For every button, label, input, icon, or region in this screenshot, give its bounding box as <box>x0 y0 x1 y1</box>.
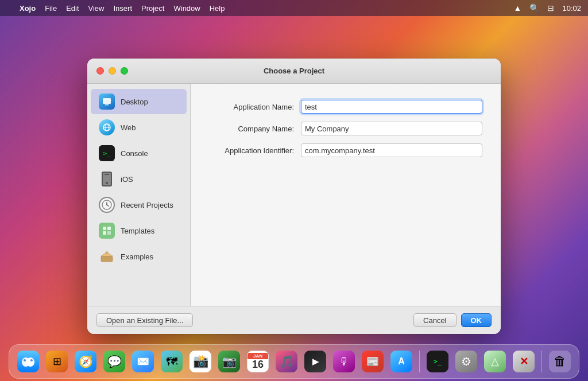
dialog-titlebar: Choose a Project <box>87 59 501 84</box>
app-identifier-row: Application Identifier: <box>209 143 482 157</box>
sidebar-item-examples[interactable]: Examples <box>91 244 187 269</box>
app-name-row: Application Name: <box>209 100 482 114</box>
menubar-item-view[interactable]: View <box>84 0 109 16</box>
svg-rect-11 <box>103 231 106 235</box>
maximize-button[interactable] <box>121 67 128 75</box>
sidebar-item-web[interactable]: Web <box>91 115 187 140</box>
menubar-right: ▲ 🔍 ⊟ 10:02 <box>514 3 581 13</box>
svg-point-16 <box>26 357 34 367</box>
sidebar-item-desktop[interactable]: Desktop <box>91 89 187 114</box>
sidebar-item-desktop-label: Desktop <box>121 98 148 106</box>
company-name-row: Company Name: <box>209 122 482 135</box>
svg-point-17 <box>24 359 26 361</box>
dock: ⊞ 🧭 💬 ✉️ 🗺 📸 📷 JAN 16 🎵 ▶ 🎙 📰 <box>9 344 579 379</box>
search-menu-icon[interactable]: 🔍 <box>529 3 539 13</box>
app-identifier-label: Application Identifier: <box>209 146 301 155</box>
dialog-main-content: Application Name: Company Name: Applicat… <box>191 84 501 306</box>
sidebar-item-console[interactable]: >_ Console <box>91 141 187 166</box>
dock-item-photos[interactable]: 📸 <box>187 348 214 375</box>
svg-rect-0 <box>103 98 111 104</box>
dock-item-podcasts[interactable]: 🎙 <box>331 348 357 375</box>
dock-item-music[interactable]: 🎵 <box>273 348 300 375</box>
sidebar-item-recent-projects-label: Recent Projects <box>121 201 173 209</box>
dock-item-systemprefs[interactable]: ⚙ <box>453 348 479 375</box>
dock-item-appstore[interactable]: A <box>388 348 415 375</box>
dock-separator <box>419 351 420 372</box>
svg-rect-12 <box>107 231 111 235</box>
company-name-input[interactable] <box>301 122 482 135</box>
svg-rect-1 <box>105 104 109 106</box>
dialog-body: Desktop Web <box>87 84 501 306</box>
sidebar-item-web-label: Web <box>121 123 136 132</box>
footer-actions: Cancel OK <box>413 313 492 327</box>
dock-item-calendar[interactable]: JAN 16 <box>245 348 271 375</box>
dock-item-mail[interactable]: ✉️ <box>130 348 156 375</box>
dock-item-finder[interactable] <box>15 348 41 375</box>
dock-item-launchpad[interactable]: ⊞ <box>44 348 70 375</box>
app-name-input[interactable] <box>301 100 482 114</box>
menubar-item-help[interactable]: Help <box>205 0 230 16</box>
examples-icon <box>99 248 115 265</box>
ok-button[interactable]: OK <box>461 313 492 327</box>
sidebar-item-console-label: Console <box>121 149 148 158</box>
dock-item-trash[interactable]: 🗑 <box>547 348 573 375</box>
app-identifier-input[interactable] <box>301 143 482 157</box>
svg-rect-2 <box>105 104 109 104</box>
dock-item-tv[interactable]: ▶ <box>302 348 328 375</box>
project-type-sidebar: Desktop Web <box>87 84 191 306</box>
sidebar-item-templates-label: Templates <box>121 227 154 235</box>
traffic-lights <box>96 67 128 75</box>
svg-point-18 <box>30 359 33 361</box>
app-name-label: Application Name: <box>209 103 301 111</box>
dock-item-terminal[interactable]: >_ <box>424 348 451 375</box>
sidebar-item-ios-label: iOS <box>121 175 133 184</box>
sidebar-item-ios[interactable]: iOS <box>91 166 187 192</box>
menubar-item-window[interactable]: Window <box>169 0 204 16</box>
menubar-time: 10:02 <box>562 4 581 13</box>
minimize-button[interactable] <box>109 67 116 75</box>
recent-projects-icon <box>99 197 115 213</box>
ios-icon <box>99 171 115 187</box>
sidebar-item-examples-label: Examples <box>121 252 153 261</box>
desktop-icon <box>99 94 115 110</box>
choose-project-dialog: Choose a Project Desk <box>87 59 501 334</box>
dock-item-safari[interactable]: 🧭 <box>72 348 99 375</box>
web-icon <box>99 119 115 135</box>
close-button[interactable] <box>96 67 104 75</box>
dock-item-forcequit[interactable]: ✕ <box>510 348 537 375</box>
console-icon: >_ <box>99 145 115 161</box>
sidebar-item-recent-projects[interactable]: Recent Projects <box>91 192 187 217</box>
cancel-button[interactable]: Cancel <box>413 313 456 327</box>
svg-rect-9 <box>103 227 106 230</box>
dialog-overlay: Choose a Project Desk <box>0 0 588 381</box>
dialog-footer: Open an Existing File... Cancel OK <box>87 306 501 334</box>
templates-icon <box>99 223 115 239</box>
dock-item-news[interactable]: 📰 <box>359 348 386 375</box>
sidebar-item-templates[interactable]: Templates <box>91 218 187 243</box>
menubar-item-xojo[interactable]: Xojo <box>15 0 40 16</box>
menubar: Xojo File Edit View Insert Project Windo… <box>0 0 588 16</box>
company-name-label: Company Name: <box>209 125 301 133</box>
menubar-item-project[interactable]: Project <box>137 0 169 16</box>
dock-item-maps[interactable]: 🗺 <box>158 348 185 375</box>
menubar-item-file[interactable]: File <box>40 0 61 16</box>
menubar-item-edit[interactable]: Edit <box>61 0 83 16</box>
control-center-icon[interactable]: ⊟ <box>547 3 554 13</box>
svg-rect-13 <box>101 256 113 262</box>
dialog-title: Choose a Project <box>264 67 324 75</box>
dock-separator-2 <box>541 351 542 372</box>
dock-item-messages[interactable]: 💬 <box>101 348 127 375</box>
svg-rect-10 <box>107 227 111 230</box>
dock-item-facetime[interactable]: 📷 <box>216 348 242 375</box>
open-existing-file-button[interactable]: Open an Existing File... <box>96 313 193 327</box>
dock-item-activity[interactable]: △ <box>482 348 508 375</box>
menubar-item-insert[interactable]: Insert <box>109 0 137 16</box>
wifi-icon: ▲ <box>514 3 522 13</box>
